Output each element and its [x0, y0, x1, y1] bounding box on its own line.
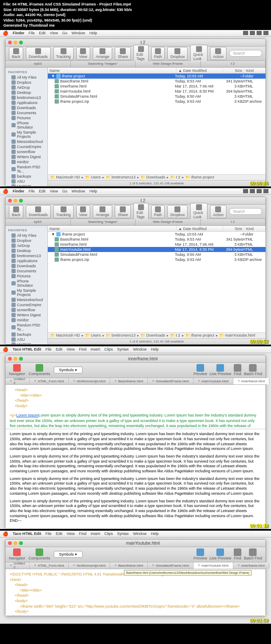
file-row[interactable]: ▼ iframe project Today, 10:03 AM--Folder	[48, 232, 265, 237]
tab[interactable]: Web Design iFrame	[136, 61, 201, 67]
path-segment[interactable]: 📁 mainYoutube.html	[219, 333, 255, 337]
find-button[interactable]: Find	[234, 364, 241, 376]
path-segment[interactable]: 📁 iframe project	[185, 175, 214, 179]
sidebar-item[interactable]: Applications	[6, 258, 47, 263]
menu-go[interactable]: Go	[62, 31, 67, 35]
sidebar-item[interactable]: Writers Digest	[6, 154, 47, 159]
sidebar-item[interactable]: Downloads	[6, 263, 47, 269]
sidebar-item[interactable]: My Sample Projects	[6, 130, 47, 139]
file-row[interactable]: innerframe.html Mar 17, 2014, 7:46 AM3 K…	[48, 84, 265, 89]
action-button[interactable]: Action	[210, 47, 227, 60]
tab[interactable]: Searching "Images"	[71, 219, 136, 225]
sidebar-item[interactable]: minibiz	[6, 318, 47, 323]
symbols-dropdown[interactable]: Symbols ▾	[54, 551, 83, 558]
editor-tab[interactable]: ✕HTML_Form.html	[30, 378, 69, 384]
editor-tab[interactable]: ✕HTML_Form.html	[30, 562, 69, 569]
menu-window[interactable]: Window	[133, 532, 147, 536]
path-segment[interactable]: 📁 Downloads	[141, 175, 165, 179]
path-segment[interactable]: 📁 Users	[85, 333, 101, 337]
sidebar-item[interactable]: Pictures	[6, 115, 47, 121]
menu-insert[interactable]: Insert	[91, 532, 100, 536]
menu-file[interactable]: File	[45, 532, 52, 536]
live-preview-button[interactable]: Live Preview	[210, 548, 231, 560]
tab[interactable]: Searching "Images"	[71, 61, 136, 67]
share-button[interactable]: Share	[115, 205, 131, 218]
menu-go[interactable]: Go	[62, 189, 67, 193]
batch-find-button[interactable]: Batch Find	[244, 364, 262, 376]
components-button[interactable]: Components	[29, 548, 50, 560]
file-row[interactable]: iframe project.zip Today, 9:53 AM3 KBZIP…	[48, 257, 265, 262]
path-segment[interactable]: 📁 Macintosh HD	[50, 175, 80, 179]
sidebar-item[interactable]: Desktop	[6, 90, 47, 95]
sidebar-item[interactable]: screenflow	[6, 149, 47, 154]
apple-icon[interactable]: 🍎	[3, 189, 8, 194]
search-input[interactable]: Search	[229, 208, 262, 215]
file-row[interactable]: SimulatediFrame.html Today, 9:50 AM3 KBH…	[48, 252, 265, 257]
preview-button[interactable]: Preview	[194, 364, 207, 376]
editor-tab[interactable]: ✕innerframe.html	[233, 378, 270, 384]
dropbox-button[interactable]: Dropbox	[167, 205, 188, 218]
tracking-button[interactable]: Tracking	[53, 205, 74, 218]
menu-window[interactable]: Window	[72, 189, 85, 193]
menu-help[interactable]: Help	[89, 31, 97, 35]
share-button[interactable]: Share	[115, 47, 131, 60]
path-bar[interactable]: 📁 Macintosh HD ▸ 📁 Users ▸ 📁 brettromero…	[48, 174, 265, 180]
menu-find[interactable]: Find	[79, 532, 87, 536]
arrange-button[interactable]: Arrange	[93, 47, 112, 60]
preview-button[interactable]: Preview	[194, 548, 207, 560]
sidebar-item[interactable]: AirDrop	[6, 243, 47, 248]
path-segment[interactable]: 📁 Users	[85, 175, 101, 179]
file-row[interactable]: Basiciframe.html Today, 9:53 AM341 bytes…	[48, 79, 265, 84]
app-name[interactable]: Taco HTML Edit	[13, 347, 41, 351]
editor-tab[interactable]: ✕htmlformscript.html	[69, 562, 110, 569]
menu-view[interactable]: View	[66, 532, 75, 536]
downloads-button[interactable]: Downloads	[26, 47, 51, 60]
menu-window[interactable]: Window	[133, 347, 147, 351]
menu-syntax[interactable]: Syntax	[117, 532, 129, 536]
dropbox-button[interactable]: Dropbox	[167, 47, 188, 60]
menu-edit[interactable]: Edit	[39, 189, 46, 193]
batch-find-button[interactable]: Batch Find	[244, 548, 262, 560]
sidebar-item[interactable]: AirDrop	[6, 85, 47, 90]
arrange-button[interactable]: Arrange	[93, 205, 112, 218]
file-row[interactable]: innerframe.html Mar 17, 2014, 7:46 AM3 K…	[48, 242, 265, 247]
path-segment[interactable]: 📁 brettromero13	[106, 175, 136, 179]
sidebar-item[interactable]: Dropbox	[6, 80, 47, 85]
sidebar-item[interactable]: screenflow	[6, 307, 47, 312]
sidebar-item[interactable]: All My Files	[6, 233, 47, 238]
tab[interactable]: ep63	[6, 61, 71, 67]
sidebar-item[interactable]: ASU	[6, 179, 47, 184]
file-row[interactable]: mainYoutube.html Mar 17, 2014, 8:30 PM29…	[48, 89, 265, 94]
sidebar-item[interactable]: Random PSD Te...	[6, 164, 47, 174]
downloads-button[interactable]: Downloads	[26, 205, 51, 218]
app-name[interactable]: Finder	[13, 189, 25, 193]
menu-file[interactable]: File	[29, 189, 35, 193]
menu-clips[interactable]: Clips	[105, 532, 113, 536]
code-editor[interactable]: <!DOCTYPE HTML PUBLIC "-//W3C//DTD HTML …	[6, 569, 265, 616]
back-button[interactable]: Back	[9, 47, 23, 60]
editor-tab[interactable]: ✕mainYoutube.html	[194, 562, 233, 569]
path-button[interactable]: Path	[151, 205, 165, 218]
app-name[interactable]: Finder	[13, 31, 25, 35]
symbols-dropdown[interactable]: Symbols ▾	[54, 367, 83, 373]
sidebar-item[interactable]: minibiz	[6, 159, 47, 164]
menu-help[interactable]: Help	[151, 532, 159, 536]
components-button[interactable]: Components	[29, 364, 50, 376]
sidebar-item[interactable]: brettromero13	[6, 95, 47, 100]
menu-find[interactable]: Find	[79, 347, 87, 351]
editor-tab[interactable]: ✕innerframe.html	[233, 562, 270, 569]
sidebar-item[interactable]: My Sample Projects	[6, 288, 47, 297]
menu-help[interactable]: Help	[151, 347, 159, 351]
path-segment[interactable]: 📁 t 2	[170, 175, 180, 179]
find-button[interactable]: Find	[234, 548, 241, 560]
editor-tab[interactable]: ✕Basiciframe.html	[110, 562, 148, 569]
sidebar-item[interactable]: MKT535	[6, 184, 47, 186]
menu-clips[interactable]: Clips	[105, 347, 113, 351]
tab[interactable]: ep63	[6, 219, 71, 225]
sidebar-item[interactable]: Documents	[6, 269, 47, 274]
path-segment[interactable]: 📁 iframe project	[185, 333, 214, 337]
column-headers[interactable]: Name▲ Date ModifiedSizeKind	[48, 226, 265, 232]
menu-edit[interactable]: Edit	[39, 31, 46, 35]
editor-tab[interactable]: ✕Untitled 2	[6, 562, 30, 569]
editor-tab[interactable]: ✕SimulatediFrame.html	[148, 378, 194, 384]
